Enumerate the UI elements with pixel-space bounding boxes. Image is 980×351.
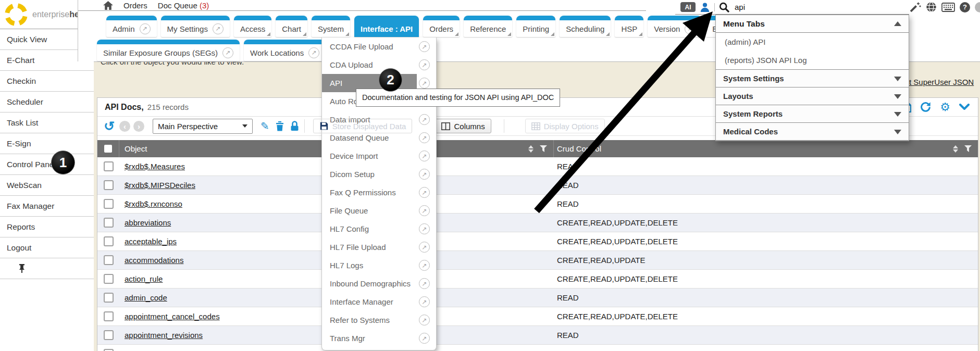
row-checkbox[interactable] bbox=[104, 311, 114, 321]
tab[interactable]: Printing ↗ bbox=[516, 16, 555, 37]
sidebar-item[interactable]: Reports bbox=[0, 217, 94, 237]
prev-perspective-button[interactable]: ‹ bbox=[119, 121, 130, 132]
row-checkbox[interactable] bbox=[104, 255, 114, 265]
tab[interactable]: Scheduling ↗ bbox=[560, 16, 611, 37]
ai-badge[interactable]: AI bbox=[680, 2, 696, 12]
menu-item[interactable]: File Queue ↗ bbox=[322, 202, 436, 220]
menu-item-label: HL7 Logs bbox=[330, 261, 363, 270]
panel-section-header[interactable]: Layouts bbox=[716, 87, 909, 105]
menu-item[interactable]: HL7 Logs ↗ bbox=[322, 256, 436, 274]
panel-section-header[interactable]: System Reports bbox=[716, 105, 909, 122]
row-checkbox[interactable] bbox=[104, 274, 114, 284]
superuser-json-link[interactable]: t SuperUser JSON bbox=[909, 78, 974, 86]
tab[interactable]: System ↗ bbox=[312, 16, 350, 37]
row-checkbox[interactable] bbox=[104, 161, 114, 171]
user-icon[interactable] bbox=[700, 2, 710, 12]
row-checkbox[interactable] bbox=[104, 180, 114, 190]
panel-section-header[interactable]: Medical Codes bbox=[716, 122, 909, 141]
sidebar-item[interactable]: E-Sign bbox=[0, 133, 94, 154]
sidebar-item[interactable]: Control Panel bbox=[0, 154, 94, 175]
menu-tabs-result-item[interactable]: (reports) JSON API Log bbox=[716, 51, 909, 69]
home-icon[interactable] bbox=[103, 1, 113, 10]
object-link[interactable]: $rxdb$.MIPSDeciles bbox=[125, 181, 195, 190]
columns-button[interactable]: Columns bbox=[435, 119, 491, 133]
object-link[interactable]: $rxdb$.rxnconso bbox=[125, 199, 182, 208]
row-checkbox[interactable] bbox=[104, 293, 114, 303]
breadcrumb-doc-queue[interactable]: Doc Queue (3) bbox=[158, 1, 209, 10]
panel-section-header[interactable]: System Settings bbox=[716, 69, 909, 87]
filter-funnel-icon[interactable] bbox=[540, 145, 547, 152]
menu-tabs-panel-header[interactable]: Menu Tabs bbox=[716, 15, 909, 33]
filter-funnel-icon[interactable] bbox=[964, 145, 972, 152]
store-displayed-data-button[interactable]: Store Displayed Data bbox=[313, 119, 413, 133]
object-link[interactable]: action_rule bbox=[125, 274, 163, 283]
object-link[interactable]: appointment_revisions bbox=[125, 331, 203, 340]
display-options-button[interactable]: Display Options bbox=[525, 119, 605, 133]
search-input[interactable] bbox=[734, 2, 772, 12]
keyboard-icon[interactable] bbox=[941, 3, 955, 12]
breadcrumb-orders[interactable]: Orders bbox=[123, 1, 147, 10]
gear-icon[interactable]: ⚙ bbox=[940, 102, 950, 112]
object-link[interactable]: admin_code bbox=[125, 293, 167, 302]
object-link[interactable]: abbreviations bbox=[125, 218, 171, 227]
edit-perspective-button[interactable]: ✎ bbox=[260, 120, 269, 132]
tab[interactable]: Version ↗ bbox=[648, 16, 702, 37]
sidebar-item[interactable]: Scheduler bbox=[0, 92, 94, 112]
object-link[interactable]: appointments bbox=[125, 349, 171, 351]
row-checkbox[interactable] bbox=[104, 218, 114, 228]
search-icon[interactable] bbox=[719, 2, 729, 12]
menu-tabs-result-item[interactable]: (admin) API bbox=[716, 33, 909, 51]
menu-item[interactable]: Fax Q Permissions ↗ bbox=[322, 183, 436, 202]
row-checkbox[interactable] bbox=[104, 330, 114, 340]
sort-icon[interactable] bbox=[953, 145, 958, 153]
globe-icon[interactable] bbox=[926, 2, 937, 12]
tab[interactable]: Reference ↗ bbox=[464, 16, 512, 37]
chevron-down-icon[interactable] bbox=[959, 104, 970, 110]
menu-item[interactable]: HL7 Config ↗ bbox=[322, 220, 436, 238]
sidebar-item[interactable]: WebScan bbox=[0, 175, 94, 196]
tab[interactable]: Work Locations ↗ bbox=[244, 40, 326, 61]
tab[interactable]: Similar Exposure Groups (SEGs) ↗ bbox=[97, 40, 240, 61]
row-checkbox[interactable] bbox=[104, 236, 114, 246]
tab[interactable]: Admin ↗ bbox=[106, 16, 157, 37]
menu-tabs-sections: System Settings Layouts System Reports M… bbox=[716, 69, 909, 141]
tab[interactable]: Interface : API ↗ bbox=[354, 16, 419, 37]
delete-perspective-button[interactable] bbox=[276, 121, 284, 131]
menu-item[interactable]: CCDA File Upload ↗ bbox=[322, 37, 436, 56]
menu-item[interactable]: CDA Upload ↗ bbox=[322, 56, 436, 74]
perspective-select[interactable]: Main Perspective bbox=[153, 119, 253, 134]
magic-wand-icon[interactable] bbox=[910, 2, 921, 12]
sidebar-item[interactable]: Fax Manager bbox=[0, 196, 94, 217]
next-perspective-button[interactable]: › bbox=[133, 121, 144, 132]
tab[interactable]: Chart ↗ bbox=[276, 16, 307, 37]
select-all-checkbox[interactable] bbox=[104, 145, 112, 153]
menu-item[interactable]: Trans Mgr ↗ bbox=[322, 329, 436, 347]
crud-column-header[interactable]: Crud Control bbox=[554, 140, 978, 157]
menu-item[interactable]: Device Import ↗ bbox=[322, 147, 436, 165]
sidebar-item[interactable]: Logout bbox=[0, 237, 94, 258]
sidebar-item[interactable]: Checkin bbox=[0, 71, 94, 92]
row-checkbox[interactable] bbox=[104, 199, 114, 209]
tab[interactable]: HSP ↗ bbox=[615, 16, 643, 37]
menu-item[interactable]: Inbound Demographics ↗ bbox=[322, 274, 436, 293]
table-row: acceptable_ips CREATE,READ,UPDATE,DELETE bbox=[97, 232, 978, 251]
lock-perspective-button[interactable] bbox=[290, 121, 299, 131]
tab[interactable]: Orders ↗ bbox=[423, 16, 460, 37]
object-link[interactable]: accommodations bbox=[125, 256, 183, 265]
row-checkbox[interactable] bbox=[104, 349, 114, 351]
help-icon[interactable]: ? bbox=[960, 2, 970, 12]
tab[interactable]: My Settings ↗ bbox=[161, 16, 230, 37]
object-link[interactable]: $rxdb$.Measures bbox=[125, 162, 185, 171]
sort-icon[interactable] bbox=[528, 145, 534, 153]
menu-item[interactable]: Interface Manager ↗ bbox=[322, 293, 436, 311]
sidebar-pin-row[interactable] bbox=[0, 258, 94, 279]
menu-item[interactable]: Dicom Setup ↗ bbox=[322, 165, 436, 183]
undo-icon[interactable]: ↺ bbox=[104, 120, 115, 133]
menu-item[interactable]: Refer to Systems ↗ bbox=[322, 311, 436, 329]
sidebar-item[interactable]: Task List bbox=[0, 112, 94, 133]
refresh-icon[interactable] bbox=[920, 102, 931, 112]
tab[interactable]: Access ↗ bbox=[234, 16, 271, 37]
menu-item[interactable]: HL7 File Upload ↗ bbox=[322, 238, 436, 256]
object-link[interactable]: appointment_cancel_codes bbox=[125, 312, 220, 321]
object-link[interactable]: acceptable_ips bbox=[125, 237, 177, 246]
